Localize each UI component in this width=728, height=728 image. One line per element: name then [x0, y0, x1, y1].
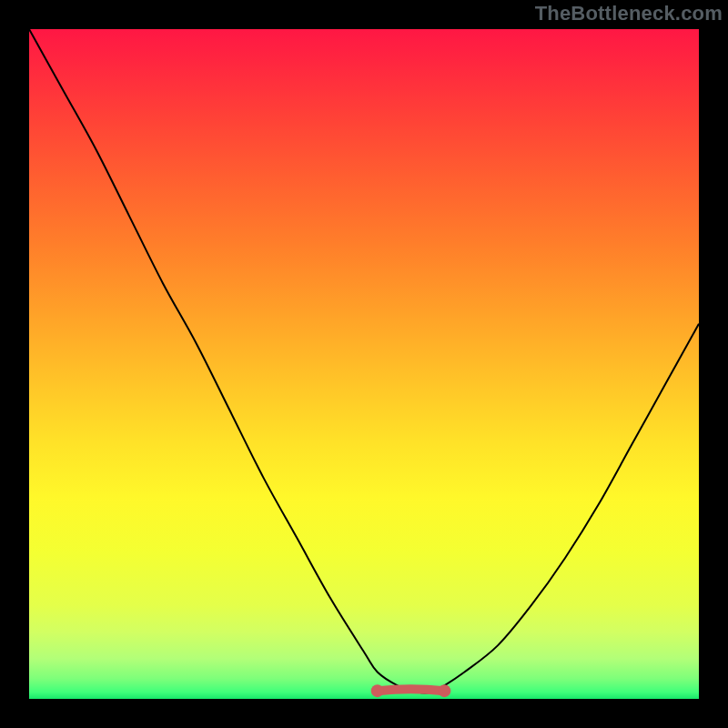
plot-background — [29, 29, 699, 699]
optimal-region-dot-right — [438, 684, 450, 697]
chart-svg — [0, 0, 728, 728]
chart-frame: TheBottleneck.com — [0, 0, 728, 728]
optimal-region-line — [378, 689, 445, 691]
optimal-region-dot-left — [371, 684, 384, 697]
